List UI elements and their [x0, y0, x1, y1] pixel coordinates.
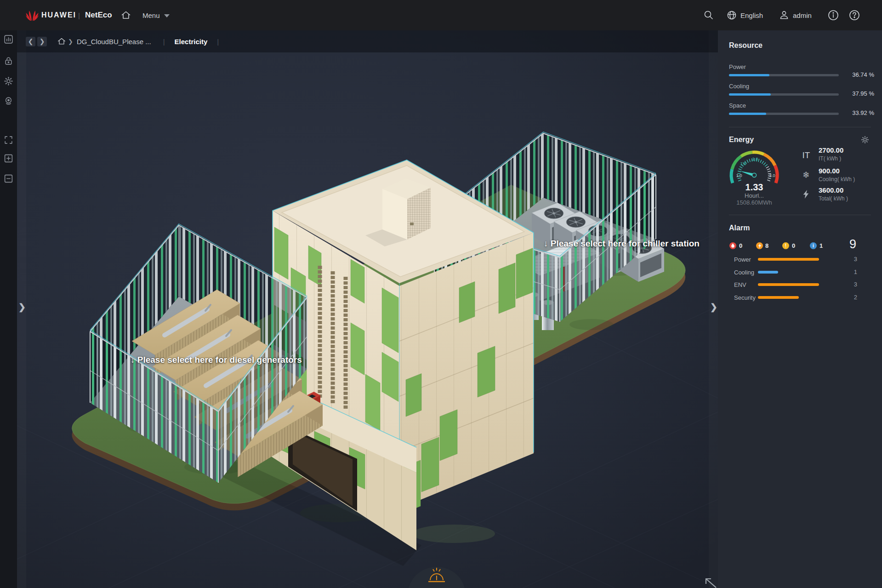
tab-electricity[interactable]: Electricity [175, 38, 208, 46]
back-button[interactable]: ❮ [26, 37, 35, 46]
resource-power-value: 36.74 % [852, 71, 874, 78]
forward-button[interactable]: ❯ [37, 37, 47, 46]
alarm-title: Alarm [729, 224, 750, 232]
header-divider: | [78, 0, 80, 30]
lightning-icon [797, 190, 815, 200]
help-icon[interactable] [848, 0, 860, 30]
alarm-row-env[interactable]: ENV3 [734, 280, 870, 289]
menu-label: Menu [142, 11, 160, 19]
resource-cooling-bar [729, 93, 839, 96]
3d-viewport[interactable] [17, 30, 718, 588]
chevron-right-icon: ❯ [18, 302, 26, 312]
language-label: English [740, 11, 763, 19]
breadcrumb: ❮ ❯ ❯ DG_CloudBU_Please ... | Electricit… [17, 30, 718, 52]
section-divider [729, 127, 871, 127]
breadcrumb-chevron: ❯ [68, 38, 73, 45]
breadcrumb-site[interactable]: DG_CloudBU_Please ... [77, 38, 151, 46]
chiller-station-label[interactable]: ↓ Please select here for chiller station [544, 239, 700, 249]
search-icon[interactable] [703, 0, 714, 30]
huawei-logo [25, 0, 39, 30]
minor-count: 0 [792, 242, 795, 249]
warning-info-icon[interactable]: i [810, 242, 817, 249]
user-icon [779, 10, 790, 21]
major-count: 8 [765, 242, 768, 249]
campus-3d-scene [17, 30, 718, 588]
brand-text: HUAWEI [41, 0, 76, 30]
snowflake-icon: ❄ [797, 170, 815, 180]
gear-icon[interactable] [4, 76, 13, 86]
user-label: admin [793, 11, 812, 19]
menu-dropdown[interactable]: Menu [142, 0, 170, 30]
breadcrumb-home-icon[interactable] [57, 37, 66, 46]
section-divider [729, 215, 871, 215]
fullscreen-icon[interactable] [4, 135, 13, 145]
product-name[interactable]: NetEco [85, 0, 112, 30]
resource-space-label: Space [729, 102, 746, 109]
status-panel: Resource Power 36.74 % Cooling 37.95 % S… [718, 30, 882, 588]
energy-stat-it: IT 2700.00 IT( kWh ) [718, 146, 882, 165]
language-switch[interactable]: English [726, 0, 763, 30]
alarm-total[interactable]: 9 [849, 237, 856, 251]
crumb-separator: | [163, 38, 165, 46]
critical-count: 0 [739, 242, 742, 249]
tool-sidebar [0, 30, 17, 588]
resource-space-value: 33.92 % [852, 109, 874, 116]
user-menu[interactable]: admin [779, 0, 812, 30]
resource-space-bar [729, 113, 839, 115]
chevron-down-icon [164, 14, 170, 17]
energy-stat-total: 3600.00 Total( kWh ) [718, 186, 882, 205]
energy-title: Energy [729, 136, 754, 144]
info-icon[interactable] [827, 0, 839, 30]
it-text-icon: IT [797, 150, 815, 160]
resource-title: Resource [729, 41, 763, 50]
left-collapse-strip[interactable]: ❯ [17, 30, 26, 588]
alarm-row-cooling[interactable]: Cooling1 [734, 268, 870, 276]
globe-icon [726, 10, 737, 21]
camera-icon[interactable] [4, 96, 13, 106]
resource-power-label: Power [729, 63, 746, 70]
critical-flame-icon[interactable] [729, 242, 736, 249]
home-icon[interactable] [120, 0, 131, 30]
resource-cooling-value: 37.95 % [852, 90, 874, 97]
energy-stat-cooling: ❄ 900.00 Cooling( kWh ) [718, 167, 882, 185]
energy-settings-gear-icon[interactable] [861, 136, 869, 146]
diesel-generators-label[interactable]: ↓ Please select here for diesel generato… [131, 355, 302, 365]
alarm-row-power[interactable]: Power3 [734, 255, 870, 263]
zoom-in-icon[interactable] [4, 154, 13, 163]
resource-power-bar [729, 74, 839, 76]
warning-count: 1 [819, 242, 823, 249]
crumb-separator-2: | [217, 38, 219, 46]
alarm-row-security[interactable]: Security2 [734, 293, 870, 302]
zoom-out-icon[interactable] [4, 174, 13, 183]
resource-cooling-label: Cooling [729, 83, 749, 90]
minor-exclamation-icon[interactable]: ! [782, 242, 789, 249]
top-bar: HUAWEI | NetEco Menu English admin [0, 0, 882, 30]
chevron-right-icon: ❯ [710, 302, 717, 312]
right-collapse-strip[interactable]: ❯ [709, 30, 718, 588]
bar-chart-icon[interactable] [4, 34, 13, 44]
lock-icon[interactable] [4, 56, 13, 66]
major-bolt-icon[interactable] [756, 242, 763, 249]
